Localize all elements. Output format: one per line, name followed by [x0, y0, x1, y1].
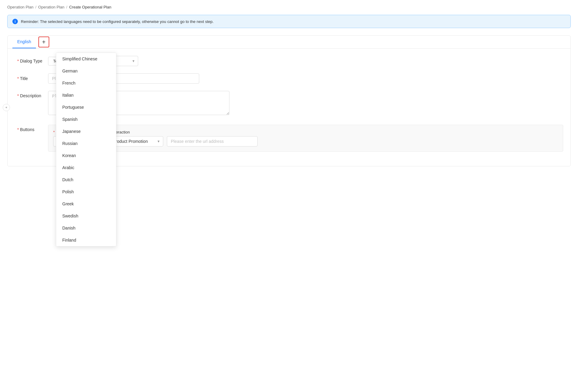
- reminder-text: Reminder: The selected languages need to…: [21, 19, 214, 24]
- breadcrumb-item-1[interactable]: Operation Plan: [7, 5, 34, 9]
- interaction-label: * Interaction: [109, 130, 258, 134]
- tabs-row: English + Simplified Chinese German Fren…: [8, 36, 570, 49]
- reminder-banner: i Reminder: The selected languages need …: [7, 15, 571, 28]
- description-label: * Description: [17, 91, 44, 98]
- add-language-button[interactable]: +: [38, 37, 49, 47]
- language-option-portuguese[interactable]: Portuguese: [56, 101, 116, 113]
- title-label: * Title: [17, 76, 44, 81]
- required-star-btn: *: [53, 130, 55, 134]
- language-option-russian[interactable]: Russian: [56, 137, 116, 149]
- required-star: *: [17, 59, 19, 63]
- language-option-dutch[interactable]: Dutch: [56, 174, 116, 186]
- language-option-swedish[interactable]: Swedish: [56, 210, 116, 222]
- url-input[interactable]: [167, 136, 258, 146]
- breadcrumb-item-2[interactable]: Operation Plan: [38, 5, 64, 9]
- breadcrumb-current: Create Operational Plan: [69, 5, 111, 9]
- form-container: English + Simplified Chinese German Fren…: [7, 35, 571, 166]
- required-star-btns: *: [17, 127, 19, 132]
- language-option-french[interactable]: French: [56, 77, 116, 89]
- button-row-inner: * Button * Interaction: [53, 130, 558, 146]
- language-option-spanish[interactable]: Spanish: [56, 113, 116, 125]
- buttons-section-label: * Buttons: [17, 122, 44, 132]
- interaction-inner: Product Promotion ▼: [109, 136, 258, 146]
- breadcrumb-sep-1: /: [35, 5, 37, 9]
- language-option-finland[interactable]: Finland: [56, 234, 116, 246]
- collapse-button[interactable]: «: [3, 104, 10, 111]
- page-wrapper: Operation Plan / Operation Plan / Create…: [0, 0, 578, 392]
- breadcrumb-sep-2: /: [66, 5, 67, 9]
- tab-english[interactable]: English: [12, 36, 36, 48]
- language-option-danish[interactable]: Danish: [56, 222, 116, 234]
- language-option-simplified-chinese[interactable]: Simplified Chinese: [56, 53, 116, 65]
- dialog-type-label: * Dialog Type: [17, 59, 44, 63]
- required-star-desc: *: [17, 93, 19, 98]
- language-option-polish[interactable]: Polish: [56, 186, 116, 198]
- interaction-select-wrapper: Product Promotion ▼: [109, 136, 163, 146]
- language-option-greek[interactable]: Greek: [56, 198, 116, 210]
- language-option-german[interactable]: German: [56, 65, 116, 77]
- language-option-korean[interactable]: Korean: [56, 149, 116, 162]
- info-icon: i: [12, 19, 18, 24]
- interaction-dropdown[interactable]: Product Promotion: [109, 136, 163, 146]
- breadcrumb: Operation Plan / Operation Plan / Create…: [7, 5, 571, 9]
- interaction-group: * Interaction Product Promotion ▼: [109, 130, 258, 146]
- language-option-arabic[interactable]: Arabic: [56, 162, 116, 174]
- required-star-title: *: [17, 76, 19, 81]
- language-option-japanese[interactable]: Japanese: [56, 125, 116, 137]
- language-option-italian[interactable]: Italian: [56, 89, 116, 101]
- buttons-inner-section: * Button * Interaction: [48, 125, 563, 152]
- language-dropdown-menu: Simplified Chinese German French Italian…: [56, 53, 116, 246]
